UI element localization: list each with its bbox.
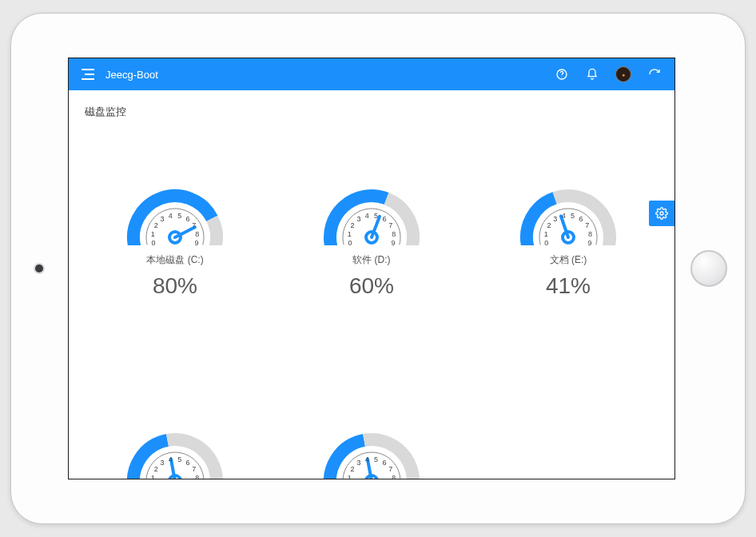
gauge-tick-label: 5 [374, 455, 378, 463]
brand-title: Jeecg-Boot [105, 69, 158, 81]
gauge-tick-label: 8 [392, 474, 396, 479]
gauge-cell: 0123456789 软件 (D:) 60% [273, 175, 470, 299]
gauge-tick-label: 1 [151, 230, 155, 238]
page-title: 磁盘监控 [69, 90, 674, 133]
gauge-tick-label: 7 [192, 221, 196, 229]
gauge-tick-label: 1 [348, 474, 352, 479]
help-icon[interactable] [555, 67, 569, 82]
gauge-tick-label: 1 [348, 230, 352, 238]
svg-point-1 [562, 77, 563, 78]
gauge-tick-label: 3 [160, 215, 164, 223]
gauge-tick-label: 5 [177, 212, 181, 220]
gauge-label: 本地磁盘 (C:) [146, 253, 203, 267]
gauge-grid: 0123456789 本地磁盘 (C:) 80% 0123456789 软件 (… [69, 133, 674, 479]
menu-toggle-icon[interactable] [82, 69, 94, 80]
gauge-tick-label: 6 [186, 459, 190, 467]
device-home-button[interactable] [690, 250, 727, 287]
gauge-value: 41% [546, 273, 591, 299]
gauge-tick-label: 0 [348, 239, 352, 247]
gauge-tick-label: 0 [151, 239, 155, 247]
gauge-tick-label: 8 [195, 230, 199, 238]
gauge-tick-label: 3 [356, 215, 360, 223]
gauge-tick-label: 1 [151, 474, 155, 479]
gauge-tick-label: 7 [388, 221, 392, 229]
gauge-chart: 0123456789 [316, 175, 428, 244]
gauge-cell: 0123456789 [273, 419, 470, 479]
gauge-tick-label: 0 [544, 239, 548, 247]
device-camera [35, 265, 43, 272]
gauge-tick-label: 7 [192, 465, 196, 473]
gauge-tick-label: 2 [154, 221, 158, 229]
gauge-tick-label: 2 [547, 221, 551, 229]
gauge-cell: 0123456789 文档 (E:) 41% [470, 175, 666, 299]
gauge-cell: 0123456789 [77, 419, 273, 479]
app-screen: Jeecg-Boot ● 磁盘监控 0123456789 本地磁盘 (C:) [68, 58, 675, 479]
gauge-tick-label: 2 [154, 465, 158, 473]
tablet-device-frame: Jeecg-Boot ● 磁盘监控 0123456789 本地磁盘 (C:) [10, 13, 746, 524]
gauge-tick-label: 2 [351, 221, 355, 229]
gauge-tick-label: 4 [365, 455, 369, 463]
gauge-chart: 0123456789 [512, 175, 624, 244]
gauge-chart: 0123456789 [316, 419, 428, 479]
gauge-value: 80% [153, 273, 197, 299]
gauge-tick-label: 8 [392, 230, 396, 238]
gear-icon [655, 207, 668, 220]
gauge-label: 软件 (D:) [352, 253, 390, 267]
gauge-tick-label: 4 [562, 212, 566, 220]
gauge-tick-label: 3 [356, 459, 360, 467]
gauge-value: 60% [349, 273, 394, 299]
user-avatar[interactable]: ● [615, 66, 631, 82]
gauge-chart: 0123456789 [119, 175, 231, 244]
gauge-label: 文档 (E:) [550, 253, 587, 267]
gauge-tick-label: 4 [365, 212, 369, 220]
refresh-icon[interactable] [647, 67, 662, 82]
top-bar: Jeecg-Boot ● [69, 58, 674, 90]
gauge-tick-label: 9 [391, 239, 395, 247]
gauge-tick-label: 9 [195, 239, 199, 247]
gauge-tick-label: 8 [195, 474, 199, 479]
gauge-tick-label: 7 [585, 221, 589, 229]
gauge-chart: 0123456789 [119, 419, 231, 479]
svg-point-2 [660, 212, 663, 215]
gauge-tick-label: 6 [382, 215, 386, 223]
gauge-tick-label: 4 [169, 455, 173, 463]
gauge-tick-label: 5 [571, 212, 575, 220]
bell-icon[interactable] [585, 67, 599, 82]
gauge-tick-label: 5 [177, 455, 181, 463]
gauge-tick-label: 6 [382, 459, 386, 467]
gauge-tick-label: 1 [544, 230, 548, 238]
gauge-tick-label: 8 [588, 230, 592, 238]
gauge-tick-label: 9 [587, 239, 591, 247]
gauge-tick-label: 3 [160, 459, 164, 467]
gauge-tick-label: 5 [374, 212, 378, 220]
gauge-cell: 0123456789 本地磁盘 (C:) 80% [77, 175, 273, 299]
gauge-tick-label: 4 [169, 212, 173, 220]
gauge-tick-label: 7 [388, 465, 392, 473]
gauge-tick-label: 3 [553, 215, 557, 223]
gauge-tick-label: 6 [186, 215, 190, 223]
gauge-tick-label: 2 [351, 465, 355, 473]
gauge-tick-label: 6 [579, 215, 583, 223]
settings-drawer-button[interactable] [649, 201, 674, 226]
